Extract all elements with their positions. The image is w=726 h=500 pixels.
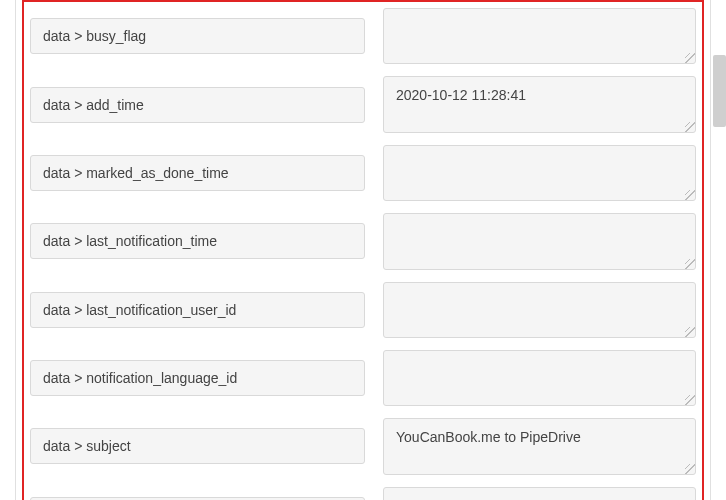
- field-label: [30, 292, 365, 328]
- highlight-annotation: [22, 0, 704, 500]
- field-row: [24, 412, 702, 480]
- field-label: [30, 155, 365, 191]
- field-value-input[interactable]: [383, 418, 696, 474]
- field-label: [30, 18, 365, 54]
- field-value-input[interactable]: [383, 76, 696, 132]
- field-row: [24, 344, 702, 412]
- field-label: [30, 223, 365, 259]
- field-row: [24, 207, 702, 275]
- field-value-input[interactable]: [383, 282, 696, 338]
- field-value-input[interactable]: [383, 145, 696, 201]
- field-label: [30, 360, 365, 396]
- field-row: [24, 276, 702, 344]
- field-label: [30, 428, 365, 464]
- field-label: [30, 87, 365, 123]
- field-value-input[interactable]: [383, 213, 696, 269]
- field-value-input[interactable]: [383, 350, 696, 406]
- field-row: [24, 2, 702, 70]
- scrollbar-thumb[interactable]: [713, 55, 726, 127]
- field-value-input[interactable]: [383, 8, 696, 64]
- field-row: [24, 70, 702, 138]
- field-row: [24, 139, 702, 207]
- form-panel: Save & Send Test Request Save: [15, 0, 711, 500]
- field-value-input[interactable]: [383, 487, 696, 500]
- field-row: [24, 481, 702, 500]
